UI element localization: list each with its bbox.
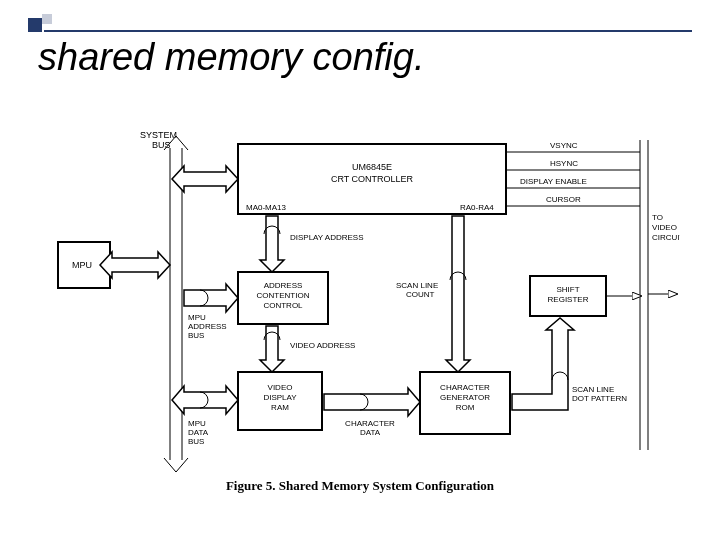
label-crt-1: UM6845E bbox=[352, 162, 392, 172]
addr-contention-block: ADDRESSCONTENTIONCONTROL bbox=[238, 272, 328, 324]
label-ra: RA0-RA4 bbox=[460, 203, 494, 212]
arrow-mpu-addr: MPUADDRESSBUS bbox=[184, 284, 238, 340]
label-cursor: CURSOR bbox=[546, 195, 581, 204]
label-hsync: HSYNC bbox=[550, 159, 578, 168]
arrow-scan-line-dot: SCAN LINEDOT PATTERN bbox=[512, 318, 627, 410]
arrow-display-address: DISPLAY ADDRESS bbox=[260, 216, 364, 272]
arrow-mpu-bus bbox=[100, 252, 170, 278]
label-vsync: VSYNC bbox=[550, 141, 578, 150]
arrow-scan-line-count: SCAN LINECOUNT bbox=[396, 216, 470, 372]
block-diagram: SYSTEMBUS MPU UM6845E CRT CONTROLLER MA0… bbox=[40, 130, 680, 490]
label-video-address: VIDEO ADDRESS bbox=[290, 341, 355, 350]
svg-text:ADDRESSCONTENTIONCONTROL: ADDRESSCONTENTIONCONTROL bbox=[257, 281, 310, 310]
svg-text:TOVIDEOCIRCUITS: TOVIDEOCIRCUITS bbox=[652, 213, 680, 242]
char-gen-block: CHARACTERGENERATORROM bbox=[420, 372, 510, 434]
label-crt-2: CRT CONTROLLER bbox=[331, 174, 414, 184]
label-ma: MA0-MA13 bbox=[246, 203, 287, 212]
label-mpu: MPU bbox=[72, 260, 92, 270]
page-title: shared memory config. bbox=[38, 36, 425, 79]
svg-text:SCAN LINEDOT PATTERN: SCAN LINEDOT PATTERN bbox=[572, 385, 627, 403]
label-system-bus-2: BUS bbox=[152, 140, 171, 150]
arrow-character-data: CHARACTERDATA bbox=[324, 388, 420, 437]
crt-controller-block: UM6845E CRT CONTROLLER MA0-MA13 RA0-RA4 bbox=[238, 144, 506, 214]
svg-text:SYSTEMBUS: SYSTEMBUS bbox=[140, 130, 177, 150]
arrow-bus-crt bbox=[172, 166, 238, 192]
title-divider bbox=[44, 30, 692, 32]
label-display-address: DISPLAY ADDRESS bbox=[290, 233, 364, 242]
svg-text:MPUADDRESSBUS: MPUADDRESSBUS bbox=[188, 313, 227, 340]
svg-text:MPUDATABUS: MPUDATABUS bbox=[188, 419, 209, 446]
label-system-bus-1: SYSTEM bbox=[140, 130, 177, 140]
shift-register-block: SHIFTREGISTER bbox=[530, 276, 606, 316]
svg-text:SCAN LINECOUNT: SCAN LINECOUNT bbox=[396, 281, 438, 299]
svg-text:CHARACTERDATA: CHARACTERDATA bbox=[345, 419, 395, 437]
arrow-video-address: VIDEO ADDRESS bbox=[260, 326, 355, 372]
figure-caption: Figure 5. Shared Memory System Configura… bbox=[0, 478, 720, 494]
video-ram-block: VIDEODISPLAYRAM bbox=[238, 372, 322, 430]
label-de: DISPLAY ENABLE bbox=[520, 177, 587, 186]
